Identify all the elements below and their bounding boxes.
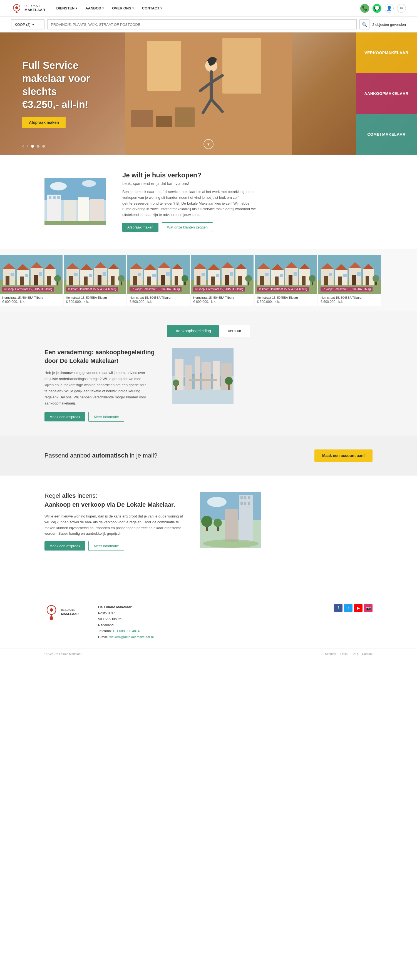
property-card[interactable]: Te koop: Hornstraat 15, 5045BA Tilburg H… [0,255,62,306]
property-card[interactable]: Te koop: Hornstraat 15, 5045BA Tilburg H… [127,255,190,306]
sitemap-link[interactable]: Sitemap [325,652,336,655]
footer-top: DE LOKALE MAKELAAR De Lokale Makelaar Po… [0,590,417,649]
klanten-zeggen-button[interactable]: Wat onze klanten zeggen [162,223,213,232]
svg-rect-166 [240,496,243,499]
combi-title1: Regel alles ineens: [45,492,184,500]
property-address: Hornstraat 15, 5045BA Tilburg [193,296,251,299]
logo[interactable]: DE LOKALE MAKELAAR [11,3,45,14]
svg-point-126 [309,275,316,282]
property-badge: Te koop: Hornstraat 15, 5045BA Tilburg [66,287,118,291]
chevron-down-icon: ▾ [132,7,134,10]
instagram-icon[interactable]: 📷 [364,604,372,612]
svg-rect-124 [302,276,305,285]
svg-rect-84 [174,276,178,285]
edit-icon[interactable]: ✏ [397,4,406,13]
nav-aanbod[interactable]: AANBOD ▾ [85,6,104,10]
svg-rect-73 [138,273,141,276]
phone-icon[interactable]: 📞 [360,4,369,13]
whatsapp-icon[interactable]: 💬 [372,4,382,13]
scroll-down-button[interactable]: ▾ [203,139,214,149]
property-price: € 600.000,- k.k. [66,300,124,304]
property-card[interactable]: Te koop: Hornstraat 15, 5045BA Tilburg H… [255,255,317,306]
svg-rect-144 [366,276,369,285]
email-link[interactable]: welkom@delokalemakelaar.nl [110,635,154,639]
property-card[interactable]: Te koop: Hornstraat 15, 5045BA Tilburg H… [64,255,126,306]
search-input-wrap [47,19,357,29]
search-input[interactable] [47,19,357,29]
verkopen-buttons: Afspraak maken Wat onze klanten zeggen [122,223,261,232]
property-address: Hornstraat 15, 5045BA Tilburg [321,296,379,299]
property-address: Hornstraat 15, 5045BA Tilburg [2,296,60,299]
svg-rect-167 [244,496,246,499]
combi-meer-info-button[interactable]: Meer informatie [88,541,124,551]
hero-next-arrow[interactable]: › [27,143,28,149]
footer: DE LOKALE MAKELAAR De Lokale Makelaar Po… [0,590,417,659]
section-verkopen: Je wilt je huis verkopen? Leuk, spannend… [0,154,417,249]
svg-point-66 [118,275,125,282]
create-account-button[interactable]: Maak een account aan! [315,449,372,462]
property-card[interactable]: Te koop: Hornstraat 15, 5045BA Tilburg H… [318,255,381,306]
city-illustration [173,348,233,404]
afspraak-maken-button[interactable]: Afspraak maken [122,223,158,232]
hero-dot-3[interactable] [42,145,45,148]
svg-rect-20 [49,196,51,199]
svg-rect-52 [69,276,73,285]
links-link[interactable]: Links [340,652,347,655]
hero-prev-arrow[interactable]: ‹ [22,143,24,149]
verkopen-title: Je wilt je huis verkopen? [122,171,261,179]
combi-image [200,492,261,548]
property-card[interactable]: Te koop: Hornstraat 15, 5045BA Tilburg H… [191,255,254,306]
facebook-icon[interactable]: f [334,604,342,612]
cta-text: Passend aanbod automatisch in je mail? [45,452,157,459]
hero-dot-1[interactable] [31,145,34,148]
tab-aankoopbegeleiding[interactable]: Aankoopbegeleiding [167,325,219,337]
tab-buttons: Maak een afspraak Meer informatie [45,412,156,422]
tab-text: Een verademing: aankoopbegeleiding door … [45,348,156,422]
svg-rect-133 [329,273,332,276]
logo-icon [11,3,22,14]
svg-point-160 [225,377,233,385]
svg-rect-113 [265,273,268,276]
svg-rect-116 [275,277,278,285]
tab-content: Een verademing: aankoopbegeleiding door … [45,348,372,422]
contact-link[interactable]: Contact [362,652,372,655]
hero-content: Full Service makelaar voor slechts €3.25… [0,59,139,128]
svg-rect-80 [161,275,165,285]
user-icon[interactable]: 👤 [385,4,394,13]
koop-dropdown[interactable]: KOOP (2) ▾ [11,19,45,29]
nav-diensten[interactable]: DIENSTEN ▾ [56,6,77,10]
property-badge: Te koop: Hornstraat 15, 5045BA Tilburg [321,287,372,291]
property-info: Hornstraat 15, 5045BA Tilburg € 600.000,… [318,294,381,306]
search-button[interactable]: 🔍 [359,19,369,29]
afspraak-button[interactable]: Afspraak maken [22,117,66,128]
nav-contact[interactable]: CONTACT ▾ [142,6,162,10]
tel-link[interactable]: +31 088 080 4814 [113,629,139,633]
svg-rect-120 [289,275,292,285]
footer-logo-icon [45,604,58,620]
twitter-icon[interactable]: t [344,604,353,612]
meer-info-button[interactable]: Meer informatie [88,412,124,422]
hero-title: Full Service makelaar voor slechts €3.25… [22,59,117,111]
svg-rect-100 [225,275,229,285]
results-count: 2 objecten gevonden [372,22,406,27]
properties-strip: Te koop: Hornstraat 15, 5045BA Tilburg H… [0,249,417,312]
hero-dot-2[interactable] [37,145,40,148]
maak-afspraak-button[interactable]: Maak een afspraak [45,412,85,422]
svg-rect-21 [53,196,56,199]
svg-point-46 [54,275,61,282]
youtube-icon[interactable]: ▶ [354,604,363,612]
svg-rect-7 [175,107,195,127]
header-icons: 📞 💬 👤 ✏ [360,4,406,13]
svg-rect-44 [47,276,51,285]
property-price: € 600.000,- k.k. [193,300,251,304]
svg-rect-170 [244,502,246,505]
combi-afspraak-button[interactable]: Maak een afspraak [45,541,85,550]
faq-link[interactable]: FAQ [351,652,358,655]
chevron-down-icon: ▾ [32,22,34,27]
dropdown-value: KOOP (2) [15,22,30,27]
combi-title2: Aankoop en verkoop via De Lokale Makelaa… [45,501,184,509]
verkopen-image [45,178,105,225]
nav-over-ons[interactable]: OVER ONS ▾ [112,6,134,10]
tab-verhuur[interactable]: Verhuur [219,325,250,337]
svg-rect-168 [248,496,250,499]
